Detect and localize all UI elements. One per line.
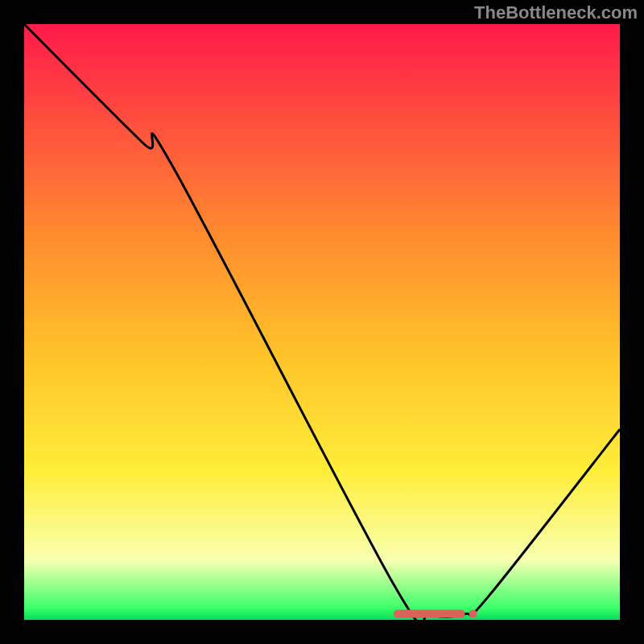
plot-area: [24, 24, 620, 620]
svg-point-1: [469, 610, 477, 618]
chart-container: TheBottleneck.com: [0, 0, 644, 644]
watermark-text: TheBottleneck.com: [474, 2, 638, 23]
chart-svg: [24, 24, 620, 620]
svg-rect-0: [394, 610, 465, 618]
